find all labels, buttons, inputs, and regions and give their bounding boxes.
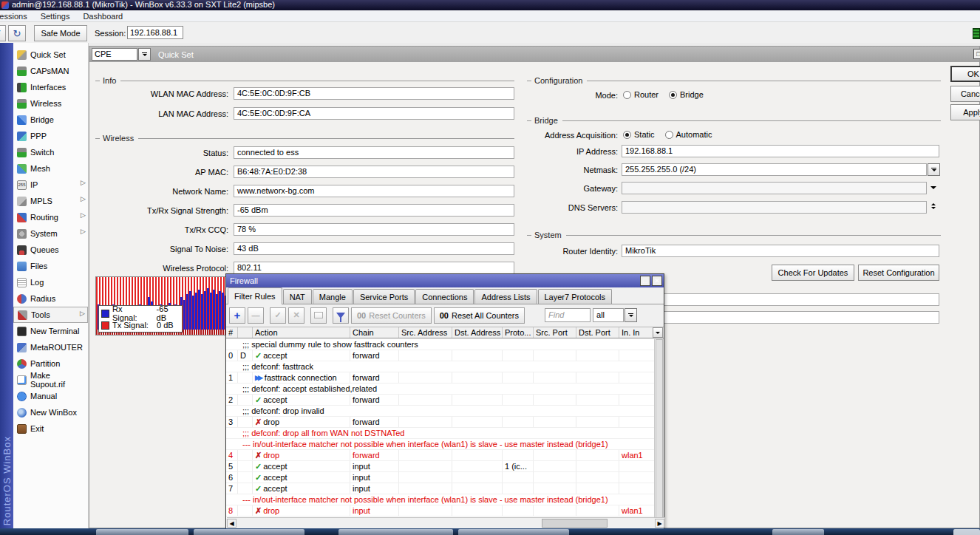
column-header-flags[interactable] xyxy=(238,327,253,338)
apply-button[interactable]: Apply xyxy=(950,104,980,120)
ip-address-field[interactable]: 192.168.88.1 xyxy=(622,145,939,157)
sidebar-item-quick-set[interactable]: Quick Set xyxy=(13,47,88,63)
tab-address-lists[interactable]: Address Lists xyxy=(474,289,537,304)
ap-mac-field[interactable]: B6:48:7A:E0:D2:38 xyxy=(234,166,514,178)
scrollbar-thumb[interactable] xyxy=(542,519,608,528)
sidebar-item-tools[interactable]: Tools▷ xyxy=(13,307,88,323)
comment-row[interactable]: ;;; special dummy rule to show fasttrack… xyxy=(226,339,655,350)
wlan-mac-field[interactable]: 4C:5E:0C:0D:9F:CB xyxy=(234,87,514,100)
ok-button[interactable]: OK xyxy=(950,66,980,82)
firewall-horizontal-scrollbar[interactable]: ◀ ▶ xyxy=(227,517,664,528)
column-header-dst-address[interactable]: Dst. Address xyxy=(452,327,503,338)
scroll-left-arrow[interactable]: ◀ xyxy=(227,519,237,528)
sidebar-item-switch[interactable]: Switch xyxy=(13,144,88,160)
session-input[interactable]: 192.168.88.1 xyxy=(127,26,183,39)
safe-mode-button[interactable]: Safe Mode xyxy=(34,25,87,41)
sidebar-item-partition[interactable]: Partition xyxy=(13,355,88,372)
firewall-rule-row[interactable]: 4✗dropforwardwlan1 xyxy=(226,450,655,461)
undo-button[interactable]: ↺ xyxy=(0,25,6,41)
mode-radio-bridge[interactable]: Bridge xyxy=(669,90,704,99)
column-header-proto-[interactable]: Proto... xyxy=(503,327,534,338)
comment-row[interactable]: ;;; defconf: accept established,related xyxy=(226,384,655,395)
reset-all-counters-button[interactable]: 00 Reset All Counters xyxy=(434,307,525,324)
netmask-field[interactable]: 255.255.255.0 (/24) xyxy=(622,163,927,176)
signal-strength-field[interactable]: -65 dBm xyxy=(234,204,514,217)
reset-counters-button[interactable]: 00 Reset Counters xyxy=(351,307,432,324)
dns-updown-icon[interactable] xyxy=(931,203,936,209)
firewall-rule-row[interactable]: 8✗dropinputwlan1 xyxy=(226,505,655,517)
comment-row[interactable]: ;;; defconf: drop all from WAN not DSTNA… xyxy=(226,428,655,439)
preset-select[interactable]: CPE xyxy=(92,48,137,61)
reset-configuration-button[interactable]: Reset Configuration xyxy=(858,265,939,281)
firewall-rule-row[interactable]: 6✓acceptinput xyxy=(226,472,655,483)
add-rule-button[interactable]: + xyxy=(229,307,245,324)
network-name-field[interactable]: www.networx-bg.com xyxy=(234,185,514,197)
sidebar-item-ppp[interactable]: PPP xyxy=(13,128,88,144)
tab-filter-rules[interactable]: Filter Rules xyxy=(228,287,282,304)
sidebar-item-queues[interactable]: Queues xyxy=(13,242,88,258)
comment-row[interactable]: ;;; defconf: drop invalid xyxy=(226,406,655,417)
chain-filter-select[interactable]: all xyxy=(593,308,637,322)
firewall-vertical-scrollbar[interactable] xyxy=(654,339,663,519)
scroll-right-arrow[interactable]: ▶ xyxy=(655,519,664,528)
sidebar-item-new-winbox[interactable]: New WinBox xyxy=(13,404,88,420)
quick-set-close-button[interactable]: □ xyxy=(973,49,980,59)
tab-nat[interactable]: NAT xyxy=(283,289,312,304)
tab-service-ports[interactable]: Service Ports xyxy=(353,289,415,304)
comment-row[interactable]: ;;; defconf: fasttrack xyxy=(226,361,655,372)
netmask-dropdown-icon[interactable] xyxy=(928,163,940,176)
extra-field-1[interactable] xyxy=(622,293,939,306)
firewall-rule-row[interactable]: 7✓acceptinput xyxy=(226,483,655,494)
tab-connections[interactable]: Connections xyxy=(415,289,474,304)
comment-row[interactable]: --- in/out-interface matcher not possibl… xyxy=(226,439,655,450)
firewall-rule-row[interactable]: 5✓acceptinput1 (ic... xyxy=(226,461,655,472)
gateway-dropdown-icon[interactable] xyxy=(930,186,936,189)
menu-item-settings[interactable]: Settings xyxy=(41,12,70,21)
enable-rule-button[interactable]: ✓ xyxy=(270,307,286,324)
firewall-rule-row[interactable]: 2✓acceptforward xyxy=(226,395,655,406)
sidebar-item-new-terminal[interactable]: New Terminal xyxy=(13,323,88,339)
sidebar-item-files[interactable]: Files xyxy=(13,258,88,274)
mode-radio-router[interactable]: Router xyxy=(623,90,659,99)
sidebar-item-manual[interactable]: Manual xyxy=(13,388,88,404)
column-header-action[interactable]: Action xyxy=(253,327,350,338)
firewall-title-bar[interactable]: Firewall □ ✕ xyxy=(226,274,664,287)
signal-to-noise-field[interactable]: 43 dB xyxy=(234,242,514,255)
firewall-rule-row[interactable]: 0D✓acceptforward xyxy=(226,350,655,361)
remove-rule-button[interactable]: — xyxy=(248,307,264,324)
address-acquisition-radio-static[interactable]: Static xyxy=(623,130,655,139)
filter-funnel-button[interactable] xyxy=(333,307,349,324)
sidebar-item-interfaces[interactable]: Interfaces xyxy=(13,79,88,95)
menu-item-sessions[interactable]: Sessions xyxy=(0,12,27,21)
check-for-updates-button[interactable]: Check For Updates xyxy=(772,265,854,281)
comment-button[interactable] xyxy=(310,307,327,324)
sidebar-item-capsman[interactable]: CAPsMAN xyxy=(13,63,88,79)
column-header-src-address[interactable]: Src. Address xyxy=(399,327,452,338)
firewall-close-button[interactable]: ✕ xyxy=(652,276,662,286)
sidebar-item-wireless[interactable]: Wireless xyxy=(13,95,88,112)
firewall-maximize-button[interactable]: □ xyxy=(640,276,650,286)
column-header--[interactable]: # xyxy=(226,327,238,338)
sidebar-item-ip[interactable]: 255IP▷ xyxy=(13,177,88,193)
wireless-protocol-field[interactable]: 802.11 xyxy=(234,262,514,274)
column-header-dst-port[interactable]: Dst. Port xyxy=(576,327,619,338)
sidebar-item-log[interactable]: Log xyxy=(13,274,88,290)
tab-mangle[interactable]: Mangle xyxy=(313,289,353,304)
column-header-chain[interactable]: Chain xyxy=(350,327,399,338)
gateway-field[interactable] xyxy=(622,182,927,194)
cancel-button[interactable]: Cancel xyxy=(950,86,980,102)
ccq-field[interactable]: 78 % xyxy=(234,223,514,236)
tab-layer7-protocols[interactable]: Layer7 Protocols xyxy=(538,289,613,304)
preset-dropdown-icon[interactable] xyxy=(138,48,151,61)
comment-row[interactable]: --- in/out-interface matcher not possibl… xyxy=(226,494,655,505)
router-identity-field[interactable]: MikroTik xyxy=(622,245,939,257)
extra-field-2[interactable] xyxy=(622,311,939,324)
sidebar-item-make-supout-rif[interactable]: Make Supout.rif xyxy=(13,372,88,388)
status-field[interactable]: connected to ess xyxy=(234,146,514,159)
menu-item-dashboard[interactable]: Dashboard xyxy=(83,12,123,21)
sidebar-item-radius[interactable]: Radius xyxy=(13,290,88,307)
disable-rule-button[interactable]: ✕ xyxy=(288,307,304,324)
firewall-rule-row[interactable]: 3✗dropforward xyxy=(226,417,655,428)
column-header-src-port[interactable]: Src. Port xyxy=(534,327,576,338)
sidebar-item-bridge[interactable]: Bridge xyxy=(13,112,88,128)
